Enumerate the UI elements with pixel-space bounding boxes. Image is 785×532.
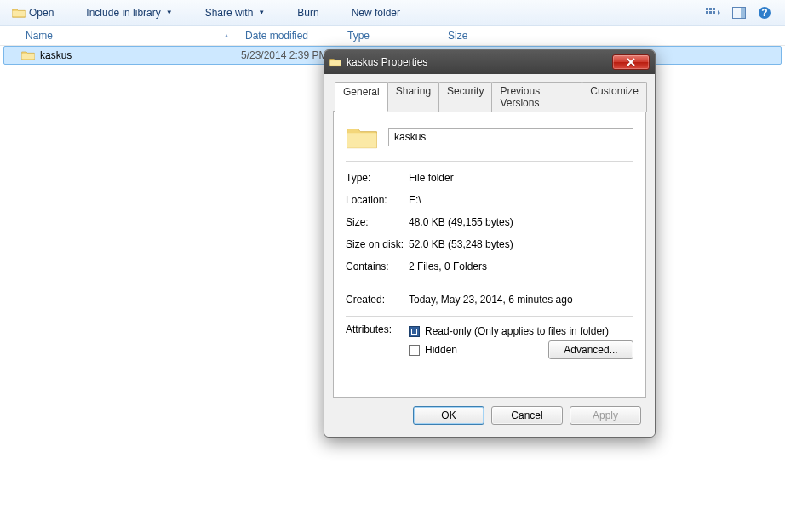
readonly-label: Read-only (Only applies to files in fold… — [425, 325, 609, 337]
column-name-label: Name — [26, 30, 53, 42]
explorer-toolbar: Open Include in library ▼ Share with ▼ B… — [0, 0, 785, 26]
hidden-checkbox[interactable] — [409, 345, 420, 356]
svg-rect-5 — [713, 11, 715, 14]
tab-previous-versions[interactable]: Previous Versions — [491, 82, 582, 112]
size-on-disk-value: 52.0 KB (53,248 bytes) — [409, 238, 633, 250]
preview-pane-button[interactable] — [731, 4, 748, 21]
views-icon — [706, 7, 721, 19]
dialog-button-row: OK Cancel Apply — [333, 398, 646, 428]
contains-label: Contains: — [346, 260, 409, 272]
cancel-button[interactable]: Cancel — [491, 406, 563, 425]
tab-customize[interactable]: Customize — [582, 82, 647, 112]
tab-security[interactable]: Security — [438, 82, 492, 112]
size-label: Size: — [346, 216, 409, 228]
help-icon: ? — [758, 6, 771, 20]
created-label: Created: — [346, 294, 409, 306]
properties-dialog: kaskus Properties General Sharing Securi… — [324, 49, 656, 438]
ok-button[interactable]: OK — [413, 406, 484, 425]
view-options-button[interactable] — [705, 4, 722, 21]
svg-rect-0 — [706, 8, 708, 10]
new-folder-button[interactable]: New folder — [345, 4, 407, 21]
folder-icon — [329, 57, 341, 67]
column-size-label: Size — [448, 30, 467, 42]
burn-label: Burn — [297, 7, 318, 19]
tab-sharing[interactable]: Sharing — [387, 82, 439, 112]
tab-strip: General Sharing Security Previous Versio… — [333, 82, 646, 112]
advanced-button[interactable]: Advanced... — [548, 340, 633, 359]
location-label: Location: — [346, 194, 409, 206]
svg-rect-7 — [741, 8, 745, 18]
created-value: Today, May 23, 2014, 6 minutes ago — [409, 294, 633, 306]
size-value: 48.0 KB (49,155 bytes) — [409, 216, 633, 228]
location-value: E:\ — [409, 194, 633, 206]
type-label: Type: — [346, 172, 409, 184]
folder-icon — [21, 49, 35, 61]
sort-indicator-icon: ▴ — [225, 31, 228, 39]
close-icon — [626, 58, 636, 66]
svg-rect-3 — [706, 11, 708, 14]
attributes-label: Attributes: — [346, 322, 409, 359]
share-label: Share with — [205, 7, 254, 19]
svg-rect-2 — [713, 8, 715, 10]
hidden-label: Hidden — [425, 344, 457, 356]
dialog-title: kaskus Properties — [347, 56, 427, 68]
apply-button[interactable]: Apply — [570, 406, 641, 425]
tab-general[interactable]: General — [335, 82, 388, 112]
burn-button[interactable]: Burn — [290, 4, 325, 21]
close-button[interactable] — [612, 54, 650, 70]
column-header-name[interactable]: Name ▴ — [0, 26, 237, 45]
general-panel: Type:File folder Location:E:\ Size:48.0 … — [333, 111, 646, 398]
readonly-checkbox[interactable] — [409, 326, 420, 337]
file-date: 5/23/2014 2:39 PM — [234, 49, 336, 61]
include-label: Include in library — [86, 7, 160, 19]
chevron-down-icon: ▼ — [166, 9, 173, 16]
folder-name-input[interactable] — [388, 128, 633, 146]
new-folder-label: New folder — [352, 7, 400, 19]
file-name: kaskus — [40, 49, 72, 61]
chevron-down-icon: ▼ — [258, 9, 265, 16]
open-label: Open — [29, 7, 54, 19]
column-header-type[interactable]: Type — [339, 26, 439, 45]
share-with-button[interactable]: Share with ▼ — [198, 4, 272, 21]
folder-icon — [12, 7, 26, 19]
svg-rect-4 — [709, 11, 712, 14]
type-value: File folder — [409, 172, 633, 184]
dialog-titlebar[interactable]: kaskus Properties — [324, 50, 655, 74]
column-date-label: Date modified — [245, 30, 308, 42]
help-button[interactable]: ? — [756, 4, 773, 21]
open-button[interactable]: Open — [5, 4, 60, 21]
column-header-date[interactable]: Date modified — [237, 26, 339, 45]
svg-rect-1 — [709, 8, 712, 10]
svg-text:?: ? — [761, 7, 767, 19]
contains-value: 2 Files, 0 Folders — [409, 260, 633, 272]
folder-icon — [346, 123, 378, 151]
include-library-button[interactable]: Include in library ▼ — [79, 4, 179, 21]
column-type-label: Type — [347, 30, 370, 42]
preview-pane-icon — [732, 7, 746, 19]
column-header-size[interactable]: Size — [439, 26, 507, 45]
size-on-disk-label: Size on disk: — [346, 238, 409, 250]
column-header-row: Name ▴ Date modified Type Size — [0, 26, 785, 46]
